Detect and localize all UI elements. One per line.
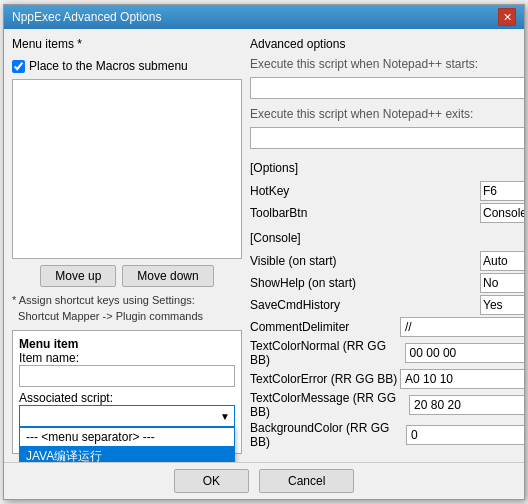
dropdown-list: --- <menu separator> --- JAVA编译运行 [19, 427, 235, 462]
textcolor-error-row: TextColorError (RR GG BB) [250, 369, 524, 389]
menu-items-label: Menu items * [12, 37, 242, 51]
savecmd-dropdown[interactable]: Yes ▼ [480, 295, 524, 315]
move-up-button[interactable]: Move up [40, 265, 116, 287]
visible-value: Auto [483, 254, 508, 268]
exec-exit-dropdown[interactable]: ▼ [250, 127, 524, 149]
exec-start-dropdown[interactable]: ▼ [250, 77, 524, 99]
shortcut-note: * Assign shortcut keys using Settings: S… [12, 293, 242, 324]
dialog-footer: OK Cancel [4, 462, 524, 499]
exec-start-label: Execute this script when Notepad++ start… [250, 57, 524, 71]
checkbox-row: Place to the Macros submenu [12, 59, 242, 73]
toolbar-dropdown[interactable]: Console ▼ [480, 203, 524, 223]
dropdown-item-java[interactable]: JAVA编译运行 [20, 446, 234, 462]
title-bar: NppExec Advanced Options ✕ [4, 5, 524, 29]
move-buttons: Move up Move down [12, 265, 242, 287]
textcolor-normal-label: TextColorNormal (RR GG BB) [250, 339, 405, 367]
exec-exit-label: Execute this script when Notepad++ exits… [250, 107, 524, 121]
dialog-window: NppExec Advanced Options ✕ Menu items * … [3, 4, 525, 500]
close-button[interactable]: ✕ [498, 8, 516, 26]
advanced-options-title: Advanced options [250, 37, 524, 51]
move-down-button[interactable]: Move down [122, 265, 213, 287]
console-options-group: Visible (on start) Auto ▼ ShowHelp (on s… [250, 251, 524, 449]
textcolor-error-input[interactable] [400, 369, 524, 389]
bgcolor-row: BackgroundColor (RR GG BB) [250, 421, 524, 449]
assoc-script-dropdown-container: ▼ --- <menu separator> --- JAVA编译运行 [19, 405, 235, 427]
dropdown-chevron-icon: ▼ [220, 411, 230, 422]
showhelp-value: No [483, 276, 498, 290]
hotkey-value: F6 [483, 184, 497, 198]
right-panel: Advanced options Execute this script whe… [250, 37, 524, 454]
showhelp-label: ShowHelp (on start) [250, 276, 400, 290]
bgcolor-input[interactable] [406, 425, 524, 445]
cancel-button[interactable]: Cancel [259, 469, 354, 493]
menu-items-list[interactable] [12, 79, 242, 259]
left-panel: Menu items * Place to the Macros submenu… [12, 37, 242, 454]
textcolor-normal-input[interactable] [405, 343, 524, 363]
savecmd-value: Yes [483, 298, 503, 312]
menu-item-header: Menu item [19, 337, 235, 351]
hotkey-row: HotKey F6 ▼ [250, 181, 524, 201]
visible-label: Visible (on start) [250, 254, 400, 268]
window-title: NppExec Advanced Options [12, 10, 161, 24]
ok-button[interactable]: OK [174, 469, 249, 493]
textcolor-msg-row: TextColorMessage (RR GG BB) [250, 391, 524, 419]
toolbar-value: Console [483, 206, 524, 220]
visible-row: Visible (on start) Auto ▼ [250, 251, 524, 271]
toolbar-row: ToolbarBtn Console ▼ [250, 203, 524, 223]
comment-input[interactable] [400, 317, 524, 337]
visible-dropdown[interactable]: Auto ▼ [480, 251, 524, 271]
savecmd-label: SaveCmdHistory [250, 298, 400, 312]
assoc-script-label: Associated script: [19, 391, 235, 405]
textcolor-msg-label: TextColorMessage (RR GG BB) [250, 391, 409, 419]
console-bracket: [Console] [250, 231, 524, 245]
comment-label: CommentDelimiter [250, 320, 400, 334]
showhelp-row: ShowHelp (on start) No ▼ [250, 273, 524, 293]
shortcut-note-text: * Assign shortcut keys using Settings: S… [12, 294, 203, 321]
textcolor-error-label: TextColorError (RR GG BB) [250, 372, 400, 386]
hotkey-dropdown[interactable]: F6 ▼ [480, 181, 524, 201]
options-bracket: [Options] [250, 161, 524, 175]
options-group: HotKey F6 ▼ ToolbarBtn Console ▼ [250, 181, 524, 223]
item-name-label: Item name: [19, 351, 235, 365]
hotkey-label: HotKey [250, 184, 400, 198]
bgcolor-label: BackgroundColor (RR GG BB) [250, 421, 406, 449]
checkbox-label: Place to the Macros submenu [29, 59, 188, 73]
showhelp-dropdown[interactable]: No ▼ [480, 273, 524, 293]
dropdown-item-separator[interactable]: --- <menu separator> --- [20, 428, 234, 446]
textcolor-msg-input[interactable] [409, 395, 524, 415]
item-name-input[interactable] [19, 365, 235, 387]
textcolor-normal-row: TextColorNormal (RR GG BB) [250, 339, 524, 367]
comment-row: CommentDelimiter [250, 317, 524, 337]
toolbar-label: ToolbarBtn [250, 206, 400, 220]
savecmd-row: SaveCmdHistory Yes ▼ [250, 295, 524, 315]
assoc-script-dropdown[interactable]: ▼ [19, 405, 235, 427]
menu-item-section: Menu item Item name: Associated script: … [12, 330, 242, 454]
place-macros-checkbox[interactable] [12, 60, 25, 73]
dialog-body: Menu items * Place to the Macros submenu… [4, 29, 524, 462]
